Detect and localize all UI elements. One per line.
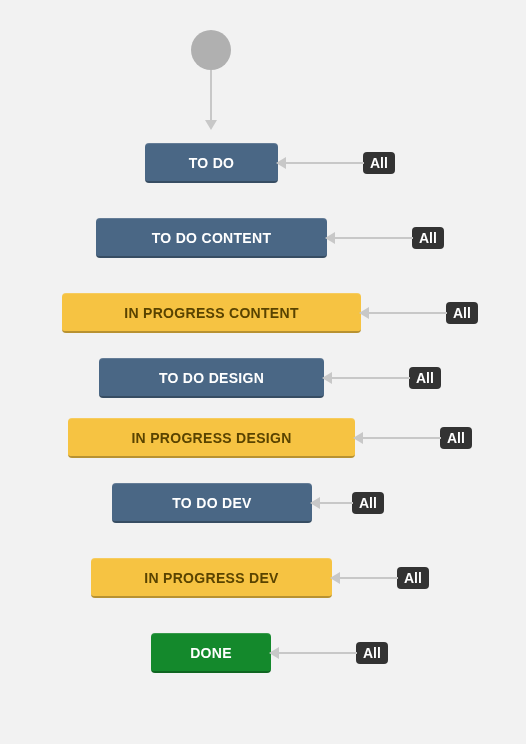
workflow-start-circle: [191, 30, 231, 70]
status-todo-dev[interactable]: TO DO DEV: [112, 483, 312, 523]
transition-arrow: [276, 157, 364, 169]
transition-all-badge[interactable]: All: [352, 492, 384, 514]
transition-arrow: [325, 232, 413, 244]
transition-all-badge[interactable]: All: [356, 642, 388, 664]
workflow-step-todo-design: TO DO DESIGNAll: [99, 358, 441, 398]
arrow-left-icon: [276, 157, 286, 169]
arrow-line: [332, 377, 410, 379]
transition-all-badge[interactable]: All: [446, 302, 478, 324]
transition-arrow: [269, 647, 357, 659]
transition-all-badge[interactable]: All: [397, 567, 429, 589]
workflow-step-todo-dev: TO DO DEVAll: [112, 483, 384, 523]
arrow-left-icon: [325, 232, 335, 244]
arrow-line: [363, 437, 441, 439]
arrow-line: [340, 577, 398, 579]
workflow-step-todo-content: TO DO CONTENTAll: [96, 218, 444, 258]
status-done[interactable]: DONE: [151, 633, 271, 673]
arrow-line: [320, 502, 353, 504]
arrow-left-icon: [310, 497, 320, 509]
workflow-step-todo: TO DOAll: [145, 143, 395, 183]
transition-all-badge[interactable]: All: [412, 227, 444, 249]
arrow-left-icon: [330, 572, 340, 584]
status-in-progress-content[interactable]: IN PROGRESS CONTENT: [62, 293, 361, 333]
transition-arrow: [353, 432, 441, 444]
transition-all-badge[interactable]: All: [440, 427, 472, 449]
transition-arrow: [330, 572, 398, 584]
status-in-progress-dev[interactable]: IN PROGRESS DEV: [91, 558, 332, 598]
arrow-line: [279, 652, 357, 654]
arrow-line: [286, 162, 364, 164]
arrow-left-icon: [359, 307, 369, 319]
transition-arrow: [310, 497, 353, 509]
workflow-step-in-progress-dev: IN PROGRESS DEVAll: [91, 558, 429, 598]
status-todo-design[interactable]: TO DO DESIGN: [99, 358, 324, 398]
transition-arrow: [322, 372, 410, 384]
transition-all-badge[interactable]: All: [363, 152, 395, 174]
workflow-step-done: DONEAll: [151, 633, 388, 673]
arrow-line: [369, 312, 447, 314]
status-todo-content[interactable]: TO DO CONTENT: [96, 218, 327, 258]
status-in-progress-design[interactable]: IN PROGRESS DESIGN: [68, 418, 355, 458]
arrow-left-icon: [269, 647, 279, 659]
arrow-line: [335, 237, 413, 239]
arrow-left-icon: [353, 432, 363, 444]
arrow-left-icon: [322, 372, 332, 384]
workflow-step-in-progress-design: IN PROGRESS DESIGNAll: [68, 418, 472, 458]
transition-all-badge[interactable]: All: [409, 367, 441, 389]
workflow-step-in-progress-content: IN PROGRESS CONTENTAll: [62, 293, 478, 333]
status-todo[interactable]: TO DO: [145, 143, 278, 183]
transition-arrow: [359, 307, 447, 319]
